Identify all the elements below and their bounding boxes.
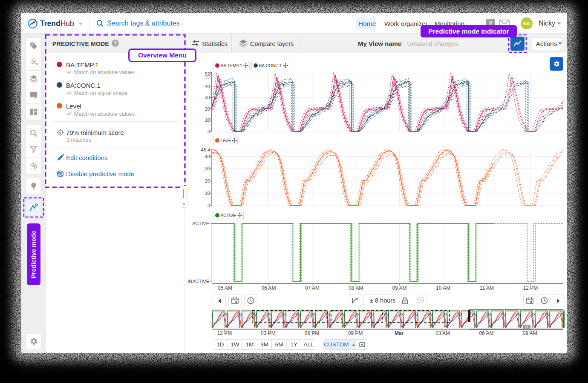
svg-text:05 AM: 05 AM	[218, 285, 232, 291]
svg-text:10: 10	[205, 117, 210, 123]
svg-text:09 AM: 09 AM	[392, 285, 407, 291]
svg-text:10 AM: 10 AM	[436, 285, 450, 291]
svg-text:09 AM: 09 AM	[523, 330, 537, 336]
svg-text:0: 0	[208, 129, 210, 134]
svg-text:50: 50	[205, 74, 210, 80]
svg-text:03 PM: 03 PM	[261, 330, 276, 336]
svg-text:03 AM: 03 AM	[435, 330, 450, 336]
svg-text:06 PM: 06 PM	[304, 330, 319, 336]
svg-text:20: 20	[205, 178, 210, 183]
svg-text:40: 40	[205, 84, 210, 89]
svg-text:30: 30	[205, 166, 210, 171]
svg-text:11 AM: 11 AM	[480, 285, 494, 291]
svg-text:08 AM: 08 AM	[349, 285, 363, 291]
svg-text:12 PM: 12 PM	[523, 285, 538, 291]
svg-text:09 PM: 09 PM	[348, 330, 363, 336]
svg-text:10: 10	[205, 191, 210, 196]
svg-text:INACTIVE: INACTIVE	[187, 279, 209, 284]
svg-text:12 PM: 12 PM	[217, 330, 232, 336]
svg-text:Mar: Mar	[395, 330, 404, 336]
svg-text:06 AM: 06 AM	[261, 285, 276, 291]
svg-text:30: 30	[205, 95, 210, 100]
svg-text:45.4: 45.4	[201, 147, 210, 152]
svg-text:07 AM: 07 AM	[305, 285, 320, 291]
svg-text:40: 40	[205, 154, 210, 159]
svg-text:0: 0	[208, 203, 210, 208]
svg-text:06 AM: 06 AM	[479, 330, 493, 336]
svg-text:20: 20	[205, 106, 210, 111]
svg-text:ACTIVE: ACTIVE	[192, 221, 209, 226]
